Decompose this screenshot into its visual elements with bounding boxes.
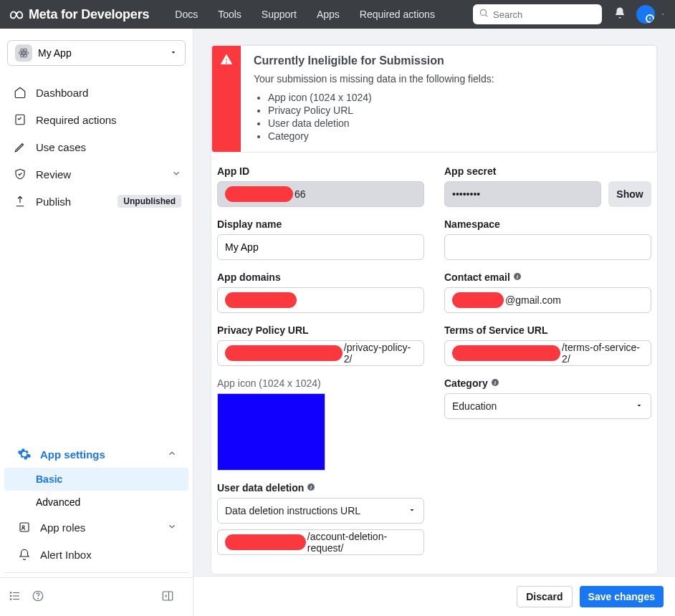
gear-icon (16, 447, 33, 461)
category-select[interactable]: Education (444, 393, 651, 419)
badge-id-icon (16, 521, 33, 534)
search-input[interactable] (493, 9, 596, 20)
sidebar-item-label: App settings (40, 448, 105, 461)
app-icon-preview[interactable] (217, 393, 325, 471)
category-value: Education (452, 400, 497, 412)
help-icon[interactable] (32, 589, 44, 605)
sidebar-item-label: Required actions (36, 114, 117, 126)
notifications-icon[interactable] (613, 6, 626, 22)
sidebar-item-app-settings[interactable]: App settings (9, 441, 184, 468)
sidebar-sub-advanced[interactable]: Advanced (4, 491, 188, 514)
display-name-label: Display name (217, 218, 424, 230)
caret-down-icon (408, 505, 416, 516)
caret-down-icon (635, 400, 643, 412)
sidebar-item-label: Alert Inbox (40, 549, 92, 561)
topnav-docs[interactable]: Docs (175, 9, 198, 20)
redacted-block (452, 292, 504, 308)
ineligible-alert: Currently Ineligible for Submission Your… (211, 45, 657, 153)
topnav-support[interactable]: Support (262, 9, 297, 20)
svg-point-14 (10, 592, 11, 593)
caret-down-icon (169, 47, 178, 59)
app-selector[interactable]: My App (7, 40, 186, 66)
svg-point-18 (38, 598, 39, 599)
save-changes-button[interactable]: Save changes (580, 586, 664, 607)
privacy-url-input[interactable]: /privacy-policy-2/ (217, 340, 424, 366)
alert-missing-list: App icon (1024 x 1024) Privacy Policy UR… (268, 92, 494, 142)
contact-email-label: Contact email i (444, 271, 651, 283)
display-name-field[interactable] (225, 241, 416, 253)
alert-item: Privacy Policy URL (268, 105, 494, 116)
svg-point-4 (23, 52, 25, 54)
sidebar-item-dashboard[interactable]: Dashboard (4, 79, 188, 106)
discard-button[interactable]: Discard (517, 586, 572, 607)
alert-item: App icon (1024 x 1024) (268, 92, 494, 103)
info-icon[interactable]: i (513, 271, 522, 283)
namespace-field[interactable] (452, 241, 643, 253)
sidebar-item-label: App roles (40, 521, 85, 534)
search-icon (479, 8, 489, 21)
privacy-url-suffix: /privacy-policy-2/ (344, 342, 416, 365)
sidebar-item-use-cases[interactable]: Use cases (4, 133, 188, 160)
home-icon (11, 86, 29, 99)
info-icon[interactable]: i (491, 377, 499, 389)
display-name-input[interactable] (217, 234, 424, 260)
alert-warning-icon (212, 46, 241, 152)
sidebar-item-label: Use cases (36, 141, 86, 153)
namespace-input[interactable] (444, 234, 651, 260)
bell-icon (16, 548, 33, 561)
app-id-suffix: 66 (295, 188, 306, 200)
sidebar-item-review[interactable]: Review (4, 160, 188, 188)
sidebar-item-required-actions[interactable]: Required actions (4, 106, 188, 133)
svg-point-5 (19, 51, 28, 54)
svg-point-0 (480, 9, 486, 15)
app-domains-input[interactable] (217, 287, 424, 313)
alert-item: User data deletion (268, 117, 494, 129)
topnav-required-actions[interactable]: Required actions (360, 9, 435, 20)
app-secret-label: App secret (444, 165, 651, 177)
sidebar-item-app-roles[interactable]: App roles (9, 514, 184, 541)
contact-email-suffix: @gmail.com (505, 294, 561, 306)
app-id-field[interactable]: 66 (217, 181, 424, 207)
topnav-tools[interactable]: Tools (218, 9, 241, 20)
avatar: f (636, 5, 655, 24)
app-atom-icon (15, 44, 32, 62)
caret-down-icon (659, 8, 666, 21)
sidebar-item-publish[interactable]: Publish Unpublished (4, 188, 188, 215)
app-secret-field[interactable]: •••••••• (444, 181, 601, 207)
sidebar-item-label: Review (36, 168, 71, 181)
search-box[interactable] (473, 4, 602, 24)
info-icon[interactable]: i (307, 482, 315, 494)
alert-title: Currently Ineligible for Submission (254, 54, 494, 67)
brand-logo[interactable]: Meta for Developers (9, 6, 149, 22)
sidebar-item-alert-inbox[interactable]: Alert Inbox (9, 541, 184, 568)
save-bar: Discard Save changes (193, 576, 675, 616)
udd-type-select[interactable]: Data deletion instructions URL (217, 498, 424, 524)
sidebar-footer (0, 577, 193, 616)
collapse-panel-icon[interactable] (161, 589, 174, 605)
sidebar-sub-basic[interactable]: Basic (4, 468, 188, 491)
tos-url-suffix: /terms-of-service-2/ (562, 342, 643, 365)
tos-url-label: Terms of Service URL (444, 324, 651, 336)
contact-email-input[interactable]: @gmail.com (444, 287, 651, 313)
tos-url-input[interactable]: /terms-of-service-2/ (444, 340, 651, 366)
redacted-block (452, 345, 560, 361)
show-secret-button[interactable]: Show (608, 181, 651, 207)
publish-status-badge: Unpublished (118, 195, 181, 208)
user-data-deletion-label: User data deletion i (217, 482, 424, 494)
list-icon[interactable] (9, 589, 21, 605)
namespace-label: Namespace (444, 218, 651, 230)
topnav-apps[interactable]: Apps (317, 9, 340, 20)
redacted-block (225, 345, 343, 361)
svg-point-16 (10, 598, 11, 600)
svg-line-1 (486, 15, 488, 17)
alert-subtitle: Your submission is missing data in the f… (254, 73, 494, 85)
app-icon-label: App icon (1024 x 1024) (217, 377, 424, 389)
top-bar: Meta for Developers Docs Tools Support A… (0, 0, 675, 29)
sidebar-item-label: Dashboard (36, 87, 88, 99)
brand-text: Meta for Developers (29, 7, 149, 22)
redacted-block (225, 534, 306, 550)
app-selector-name: My App (38, 47, 169, 59)
shield-check-icon (11, 168, 29, 181)
udd-url-input[interactable]: /account-deletion-request/ (217, 529, 424, 555)
account-menu[interactable]: f (636, 5, 666, 24)
